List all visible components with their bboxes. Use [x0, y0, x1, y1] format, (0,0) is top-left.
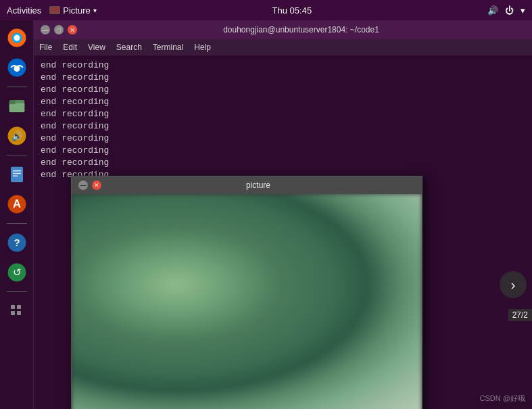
- dock-firefox[interactable]: [3, 24, 30, 51]
- terminal-line-2: end recording: [41, 84, 525, 96]
- dock-font[interactable]: A: [3, 191, 30, 218]
- terminal-line-5: end recording: [41, 120, 525, 133]
- terminal-line-1: end recording: [41, 72, 525, 84]
- terminal-line-4: end recording: [41, 108, 525, 120]
- dock: 🔊 A ?: [0, 20, 34, 409]
- dock-files[interactable]: [3, 93, 30, 120]
- svg-rect-23: [17, 311, 21, 315]
- power-icon[interactable]: ⏻: [505, 5, 514, 16]
- dock-separator-2: [7, 155, 27, 155]
- picture-window-controls: — ✕: [78, 181, 101, 190]
- terminal-window: — □ ✕ douhongjian@unbuntuserver1804: ~/c…: [34, 20, 532, 409]
- dock-help[interactable]: ?: [3, 229, 30, 256]
- next-image-button[interactable]: ›: [500, 271, 527, 298]
- dropdown-icon: ▾: [93, 7, 97, 14]
- system-bar: Activities Picture ▾ Thu 05:45 🔊 ⏻ ▾: [0, 0, 532, 20]
- terminal-line-8: end recording: [41, 157, 525, 169]
- dock-separator-4: [7, 291, 27, 292]
- menu-help[interactable]: Help: [194, 43, 211, 52]
- svg-rect-12: [13, 173, 21, 174]
- svg-point-2: [14, 35, 20, 41]
- terminal-maximize-button[interactable]: □: [54, 25, 64, 34]
- menu-terminal[interactable]: Terminal: [153, 43, 183, 52]
- dock-speaker[interactable]: 🔊: [3, 122, 30, 149]
- svg-text:🔊: 🔊: [11, 130, 22, 142]
- terminal-line-0: end recording: [41, 59, 525, 72]
- main-layout: 🔊 A ?: [0, 20, 532, 409]
- volume-icon[interactable]: 🔊: [487, 5, 498, 16]
- menu-file[interactable]: File: [39, 43, 52, 52]
- picture-minimize-button[interactable]: —: [78, 181, 88, 190]
- svg-text:?: ?: [14, 237, 20, 248]
- app-icon-small: [49, 6, 60, 14]
- picture-titlebar: — ✕ picture: [72, 176, 422, 194]
- terminal-line-6: end recording: [41, 133, 525, 145]
- svg-rect-6: [9, 103, 24, 113]
- terminal-minimize-button[interactable]: —: [41, 25, 50, 34]
- menu-view[interactable]: View: [88, 43, 105, 52]
- terminal-close-button[interactable]: ✕: [68, 25, 77, 34]
- svg-text:A: A: [13, 197, 21, 210]
- app-name-label: Picture: [63, 5, 90, 16]
- svg-text:↺: ↺: [12, 266, 21, 278]
- settings-arrow-icon[interactable]: ▾: [521, 5, 525, 16]
- terminal-line-7: end recording: [41, 145, 525, 157]
- system-bar-left: Activities Picture ▾: [7, 5, 97, 16]
- dock-apps-grid[interactable]: [3, 297, 30, 324]
- picture-canvas-image: [72, 194, 422, 409]
- watermark: CSDN @好哦: [480, 393, 525, 404]
- chevron-right-icon: ›: [511, 277, 516, 293]
- dock-thunderbird[interactable]: [3, 54, 30, 81]
- svg-rect-11: [13, 170, 21, 172]
- picture-content: [72, 194, 422, 409]
- system-time: Thu 05:45: [272, 5, 312, 16]
- terminal-window-controls: — □ ✕: [41, 25, 77, 34]
- terminal-line-3: end recording: [41, 96, 525, 108]
- dock-refresh[interactable]: ↺: [3, 259, 30, 286]
- app-indicator[interactable]: Picture ▾: [49, 5, 96, 16]
- system-bar-right: 🔊 ⏻ ▾: [487, 5, 525, 16]
- terminal-title: douhongjian@unbuntuserver1804: ~/code1: [77, 25, 525, 34]
- svg-point-4: [14, 66, 20, 72]
- svg-rect-13: [13, 176, 18, 177]
- page-counter: 27/2: [508, 309, 532, 321]
- picture-title: picture: [101, 181, 415, 190]
- activities-button[interactable]: Activities: [7, 5, 41, 16]
- svg-rect-20: [11, 305, 15, 309]
- terminal-menubar: File Edit View Search Terminal Help: [34, 39, 532, 55]
- picture-window: — ✕ picture: [71, 176, 422, 409]
- dock-separator-3: [7, 223, 27, 224]
- menu-edit[interactable]: Edit: [63, 43, 77, 52]
- svg-rect-7: [9, 100, 15, 104]
- dock-separator-1: [7, 87, 27, 87]
- menu-search[interactable]: Search: [116, 43, 142, 52]
- svg-rect-10: [11, 167, 23, 183]
- picture-close-button[interactable]: ✕: [92, 181, 101, 190]
- page-counter-text: 27/2: [512, 310, 528, 320]
- svg-rect-21: [17, 305, 21, 309]
- terminal-titlebar: — □ ✕ douhongjian@unbuntuserver1804: ~/c…: [34, 20, 532, 39]
- svg-rect-22: [11, 311, 15, 315]
- dock-document[interactable]: [3, 161, 30, 188]
